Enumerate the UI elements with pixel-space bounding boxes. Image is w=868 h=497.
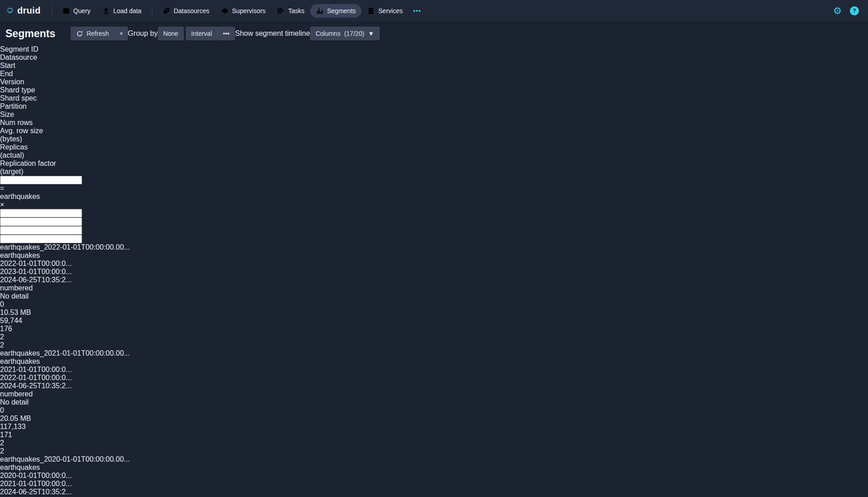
header-row: Segment IDDatasourceStartEndVersionShard… — [0, 45, 868, 176]
nav-item-label: Tasks — [288, 7, 304, 14]
column-header-partition[interactable]: Partition — [0, 102, 868, 111]
group-by-button-group: None Interval — [158, 27, 218, 40]
column-header-version[interactable]: Version — [0, 78, 868, 86]
column-header-replication-factor[interactable]: Replication factor(target) — [0, 159, 868, 176]
cell-num-rows: 117,133 — [0, 423, 868, 431]
cell-start: 2020-01-01T00:00:0... — [0, 472, 868, 480]
column-header-label: Replicas — [0, 143, 868, 151]
cell-size: 20.05 MB — [0, 415, 868, 423]
database-icon — [367, 7, 375, 14]
filter-input-segment-id[interactable] — [0, 176, 82, 184]
nav-item-label: Datasources — [174, 7, 210, 14]
filter-input-start[interactable] — [0, 209, 82, 217]
column-header-datasource[interactable]: Datasource — [0, 53, 868, 62]
cell-replication-factor: 2 — [0, 341, 868, 349]
datasource-filter-chip[interactable]: =earthquakes× — [0, 184, 868, 209]
nav-separator — [52, 6, 52, 16]
column-header-end[interactable]: End — [0, 70, 868, 78]
cell-start: 2021-01-01T00:00:0... — [0, 366, 868, 374]
filter-cell-segment-id — [0, 176, 868, 184]
column-header-label: Avg. row size — [0, 127, 868, 135]
cell-num-rows: 59,744 — [0, 317, 868, 325]
cell-start: 2022-01-01T00:00:0... — [0, 260, 868, 268]
column-header-avg-row-size[interactable]: Avg. row size(bytes) — [0, 127, 868, 143]
druid-logo[interactable]: druid — [6, 5, 41, 17]
table-row[interactable]: earthquakes_2022-01-01T00:00:00.00...ear… — [0, 243, 868, 349]
columns-label: Columns — [316, 30, 341, 37]
cell-end: 2021-01-01T00:00:0... — [0, 480, 868, 488]
cell-shard-type: numbered — [0, 284, 868, 292]
brand-name: druid — [17, 5, 41, 16]
column-header-shard-type[interactable]: Shard type — [0, 86, 868, 94]
table-row[interactable]: earthquakes_2021-01-01T00:00:00.00...ear… — [0, 349, 868, 455]
filter-cell-version — [0, 226, 868, 235]
filter-cell-start — [0, 209, 868, 217]
equals-icon: = — [0, 184, 868, 193]
nav-item-label: Supervisors — [232, 7, 266, 14]
table-row[interactable]: earthquakes_2020-01-01T00:00:00.00...ear… — [0, 455, 868, 497]
top-nav-bar: druid Query Load data Datasources Superv… — [0, 0, 868, 22]
filter-input-version[interactable] — [0, 226, 82, 235]
cell-avg-row-size: 176 — [0, 325, 868, 333]
column-header-label: Datasource — [0, 53, 868, 62]
column-header-label: Num rows — [0, 119, 868, 127]
cell-replicas: 2 — [0, 333, 868, 341]
refresh-button[interactable]: Refresh — [71, 27, 114, 40]
column-header-shard-spec[interactable]: Shard spec — [0, 94, 868, 102]
group-by-interval-button[interactable]: Interval — [186, 27, 218, 40]
nav-separator — [152, 6, 152, 16]
refresh-icon — [76, 30, 83, 37]
columns-count: (17/20) — [344, 30, 364, 37]
upload-arrow-icon — [102, 7, 110, 14]
cell-segment-id: earthquakes_2022-01-01T00:00:00.00... — [0, 243, 868, 251]
cell-shard-spec: No detail — [0, 398, 868, 406]
toolbar-more-button[interactable]: ••• — [218, 27, 235, 40]
column-header-sublabel: (target) — [0, 168, 868, 176]
nav-item-query[interactable]: Query — [57, 4, 97, 18]
filter-input-end[interactable] — [0, 217, 82, 226]
column-header-num-rows[interactable]: Num rows — [0, 119, 868, 127]
column-header-label: Version — [0, 78, 868, 86]
settings-gear-icon[interactable]: ⚙ — [833, 6, 842, 15]
nav-item-segments[interactable]: Segments — [310, 4, 361, 18]
group-by-none-button[interactable]: None — [158, 27, 184, 40]
group-by-label: Group by — [128, 29, 158, 38]
nav-item-supervisors[interactable]: Supervisors — [215, 4, 272, 18]
cell-partition: 0 — [0, 300, 868, 309]
nav-item-label: Services — [378, 7, 403, 14]
filter-cell-datasource: =earthquakes× — [0, 184, 868, 209]
cell-partition: 0 — [0, 406, 868, 415]
filter-cell-shard-type — [0, 235, 868, 243]
columns-button[interactable]: Columns (17/20) ▼ — [310, 27, 380, 40]
cell-version: 2024-06-25T10:35:2... — [0, 488, 868, 496]
cell-shard-type: numbered — [0, 390, 868, 398]
cell-datasource: earthquakes — [0, 251, 868, 260]
nav-item-load-data[interactable]: Load data — [97, 4, 147, 18]
remove-filter-icon[interactable]: × — [0, 201, 868, 209]
cell-end: 2022-01-01T00:00:0... — [0, 374, 868, 382]
column-header-size[interactable]: Size — [0, 111, 868, 119]
column-header-segment-id[interactable]: Segment ID — [0, 45, 868, 53]
filter-chip-value: earthquakes — [0, 193, 868, 201]
cell-version: 2024-06-25T10:35:2... — [0, 276, 868, 284]
filter-input-shard-type[interactable] — [0, 235, 82, 243]
refresh-dropdown-button[interactable]: ▼ — [114, 27, 128, 40]
cell-segment-id: earthquakes_2021-01-01T00:00:00.00... — [0, 349, 868, 357]
help-icon[interactable]: ? — [850, 6, 859, 15]
cell-version: 2024-06-25T10:35:2... — [0, 382, 868, 390]
column-header-label: Segment ID — [0, 45, 868, 53]
column-header-label: Start — [0, 62, 868, 70]
nav-item-label: Load data — [113, 7, 141, 14]
cell-avg-row-size: 171 — [0, 431, 868, 439]
nav-more-button[interactable]: ••• — [409, 4, 426, 18]
column-header-replicas[interactable]: Replicas(actual) — [0, 143, 868, 159]
nav-item-services[interactable]: Services — [361, 4, 409, 18]
column-header-label: Shard spec — [0, 94, 868, 102]
nav-item-datasources[interactable]: Datasources — [157, 4, 215, 18]
nav-item-tasks[interactable]: Tasks — [271, 4, 310, 18]
column-header-start[interactable]: Start — [0, 62, 868, 70]
segments-table: Segment IDDatasourceStartEndVersionShard… — [0, 45, 868, 497]
bar-chart-icon — [316, 7, 323, 14]
chevron-down-icon: ▼ — [119, 31, 124, 36]
nav-item-label: Query — [73, 7, 91, 14]
